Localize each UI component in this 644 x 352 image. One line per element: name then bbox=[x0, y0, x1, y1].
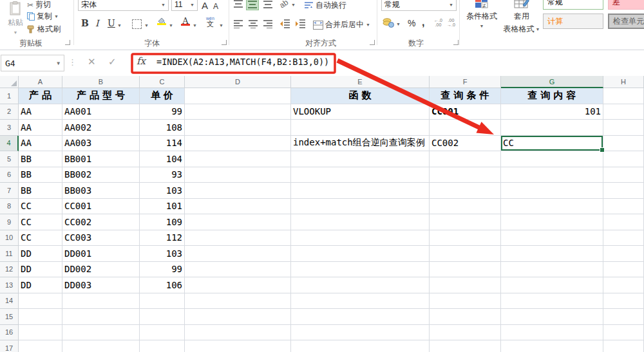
cell-B16[interactable] bbox=[62, 325, 140, 341]
cell-B12[interactable]: DD002 bbox=[62, 262, 140, 278]
fill-color-button[interactable] bbox=[156, 17, 166, 25]
column-header-B[interactable]: B bbox=[62, 76, 140, 88]
formula-bar-grip-icon[interactable]: ⋮ bbox=[68, 57, 77, 67]
row-header-5[interactable]: 5 bbox=[0, 151, 19, 167]
cell-G4[interactable]: CC bbox=[501, 136, 603, 152]
row-header-1[interactable]: 1 bbox=[0, 88, 19, 104]
cell-D1[interactable] bbox=[185, 88, 291, 104]
cell-G7[interactable] bbox=[501, 183, 603, 199]
cell-G11[interactable] bbox=[501, 246, 603, 262]
wrap-text-button[interactable]: 自动换行 bbox=[304, 0, 346, 11]
cell-C14[interactable] bbox=[140, 293, 185, 310]
cell-C5[interactable]: 104 bbox=[140, 151, 185, 167]
cell-F16[interactable] bbox=[430, 325, 501, 341]
cell-C1[interactable]: 单价 bbox=[140, 88, 185, 104]
cell-G12[interactable] bbox=[501, 262, 603, 278]
cell-F3[interactable] bbox=[430, 120, 501, 136]
cell-E13[interactable] bbox=[291, 277, 430, 293]
fill-color-caret-icon[interactable]: ▼ bbox=[169, 23, 173, 28]
cell-H17[interactable] bbox=[603, 340, 644, 352]
cell-A8[interactable]: CC bbox=[19, 199, 62, 215]
cell-B10[interactable]: CC003 bbox=[62, 230, 140, 246]
cell-C3[interactable]: 108 bbox=[140, 120, 185, 136]
cell-G17[interactable] bbox=[501, 340, 603, 352]
phonetic-button[interactable]: wén 文 bbox=[206, 16, 214, 28]
cell-B2[interactable]: AA001 bbox=[62, 104, 140, 120]
row-header-7[interactable]: 7 bbox=[0, 183, 19, 199]
cell-E4[interactable]: index+match组合逆向查询案例 bbox=[291, 136, 430, 152]
italic-button[interactable]: I bbox=[95, 18, 99, 28]
cell-G13[interactable] bbox=[501, 277, 603, 293]
underline-caret-icon[interactable]: ▼ bbox=[117, 23, 122, 28]
orientation-button[interactable]: ab bbox=[278, 0, 290, 10]
fill-handle[interactable] bbox=[600, 147, 605, 153]
grow-font-button[interactable]: A bbox=[202, 0, 208, 11]
cell-G8[interactable] bbox=[501, 199, 603, 215]
formula-input[interactable]: =INDEX(A2:A13,MATCH(F4,B2:B13,0)) bbox=[156, 57, 329, 67]
number-dialog-launcher[interactable] bbox=[453, 40, 459, 45]
cell-B3[interactable]: AA002 bbox=[62, 120, 140, 136]
cell-D8[interactable] bbox=[185, 199, 291, 215]
name-box[interactable]: G4 ▼ bbox=[1, 55, 64, 71]
cell-F17[interactable] bbox=[430, 340, 501, 352]
cell-D11[interactable] bbox=[185, 246, 291, 262]
enter-button[interactable]: ✓ bbox=[108, 56, 117, 68]
cell-D2[interactable] bbox=[185, 104, 291, 120]
decrease-indent-button[interactable] bbox=[279, 19, 290, 28]
cell-E14[interactable] bbox=[291, 293, 430, 310]
cell-D5[interactable] bbox=[185, 151, 291, 167]
cell-C13[interactable]: 106 bbox=[140, 277, 185, 293]
cell-A16[interactable] bbox=[19, 325, 62, 341]
conditional-format-button[interactable]: ≠ 条件格式 ▼ bbox=[465, 0, 498, 28]
cell-style-check-cell[interactable]: 检查单元格 bbox=[608, 14, 644, 29]
row-header-15[interactable]: 15 bbox=[0, 309, 19, 325]
paste-button[interactable]: 粘贴 ▼ bbox=[4, 1, 27, 35]
accounting-caret-icon[interactable]: ▼ bbox=[396, 22, 401, 26]
underline-button[interactable]: U bbox=[108, 18, 115, 28]
cell-F13[interactable] bbox=[430, 277, 501, 293]
cell-C6[interactable]: 93 bbox=[140, 167, 185, 183]
cell-C8[interactable]: 101 bbox=[140, 199, 185, 215]
align-left-button[interactable] bbox=[233, 19, 243, 28]
cell-A11[interactable]: DD bbox=[19, 246, 62, 262]
cell-B6[interactable]: BB002 bbox=[62, 167, 140, 183]
row-header-2[interactable]: 2 bbox=[0, 104, 19, 120]
bottom-align-button[interactable] bbox=[263, 0, 273, 9]
cell-B5[interactable]: BB001 bbox=[62, 151, 140, 167]
cell-C11[interactable]: 103 bbox=[140, 246, 185, 262]
cell-D13[interactable] bbox=[185, 277, 291, 293]
cell-G3[interactable] bbox=[501, 120, 603, 136]
cell-H16[interactable] bbox=[603, 325, 644, 341]
cell-G10[interactable] bbox=[501, 230, 603, 246]
cut-button[interactable]: ✂ 剪切 bbox=[27, 0, 51, 10]
cell-G1[interactable]: 查询内容 bbox=[501, 88, 603, 104]
cell-H9[interactable] bbox=[603, 214, 644, 230]
cell-B1[interactable]: 产品型号 bbox=[62, 88, 140, 104]
middle-align-button-active[interactable] bbox=[246, 0, 259, 10]
top-align-button[interactable] bbox=[233, 0, 243, 9]
row-header-12[interactable]: 12 bbox=[0, 262, 19, 278]
cell-D14[interactable] bbox=[185, 293, 291, 310]
cell-A1[interactable]: 产品 bbox=[19, 88, 62, 104]
cell-H7[interactable] bbox=[603, 183, 644, 199]
cell-D16[interactable] bbox=[185, 325, 291, 341]
cell-C2[interactable]: 99 bbox=[140, 104, 185, 120]
cell-F2[interactable]: CC001 bbox=[430, 104, 501, 120]
cell-B15[interactable] bbox=[62, 309, 140, 325]
row-header-17[interactable]: 17 bbox=[0, 340, 19, 352]
cell-B17[interactable] bbox=[62, 340, 140, 352]
cell-H1[interactable] bbox=[603, 88, 644, 104]
cell-E10[interactable] bbox=[291, 230, 430, 246]
cell-A4[interactable]: AA bbox=[19, 136, 62, 152]
cancel-button[interactable]: ✕ bbox=[88, 56, 96, 68]
cell-H6[interactable] bbox=[603, 167, 644, 183]
cell-A6[interactable]: BB bbox=[19, 167, 62, 183]
cell-H2[interactable] bbox=[603, 104, 644, 120]
cell-B4[interactable]: AA003 bbox=[62, 136, 140, 152]
cell-H3[interactable] bbox=[603, 120, 644, 136]
cell-H11[interactable] bbox=[603, 246, 644, 262]
align-center-button[interactable] bbox=[248, 19, 258, 28]
column-header-H[interactable]: H bbox=[603, 76, 644, 88]
font-size-combo[interactable]: 11▼ bbox=[171, 0, 198, 11]
cell-A7[interactable]: BB bbox=[19, 183, 62, 199]
